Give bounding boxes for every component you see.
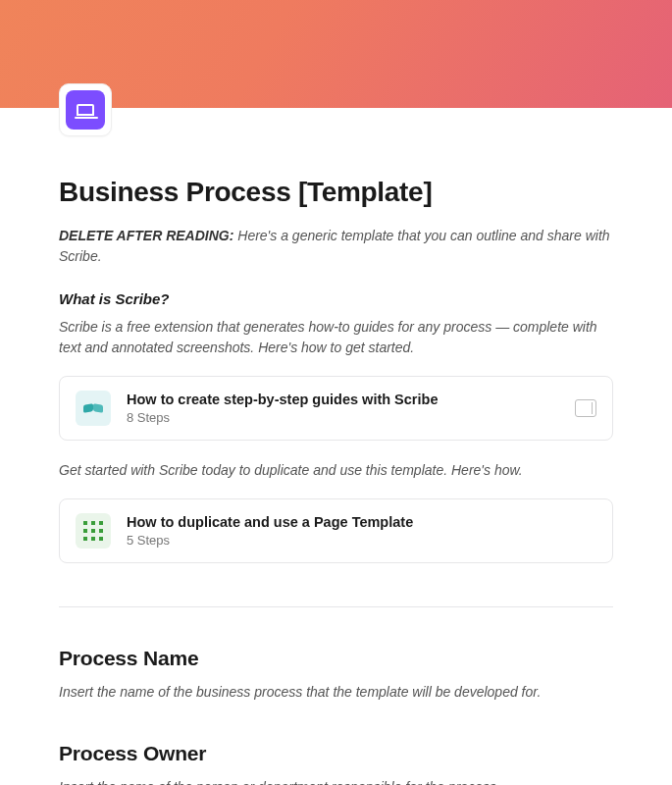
section-text: Insert the name of the person or departm…	[59, 777, 613, 785]
delete-note-label: DELETE AFTER READING:	[59, 228, 233, 243]
guide-card-title: How to duplicate and use a Page Template	[127, 514, 596, 530]
section-divider	[59, 606, 613, 607]
section-heading: Process Owner	[59, 742, 613, 765]
panel-icon[interactable]	[575, 399, 596, 417]
document-content: Business Process [Template] DELETE AFTER…	[0, 108, 672, 785]
intro-heading: What is Scribe?	[59, 290, 613, 307]
app-icon-badge	[59, 83, 112, 136]
guide-card[interactable]: How to create step-by-step guides with S…	[59, 376, 613, 441]
laptop-icon	[66, 90, 105, 130]
grid-icon	[76, 513, 111, 549]
page-title: Business Process [Template]	[59, 108, 613, 208]
guide-card-meta: 8 Steps	[127, 410, 559, 425]
delete-note: DELETE AFTER READING: Here's a generic t…	[59, 226, 613, 267]
mid-text: Get started with Scribe today to duplica…	[59, 460, 613, 481]
guide-card[interactable]: How to duplicate and use a Page Template…	[59, 498, 613, 563]
handshake-icon	[76, 391, 111, 426]
intro-text: Scribe is a free extension that generate…	[59, 317, 613, 358]
guide-card-meta: 5 Steps	[127, 533, 596, 548]
section-heading: Process Name	[59, 647, 613, 670]
guide-card-title: How to create step-by-step guides with S…	[127, 392, 559, 407]
section-text: Insert the name of the business process …	[59, 682, 613, 703]
